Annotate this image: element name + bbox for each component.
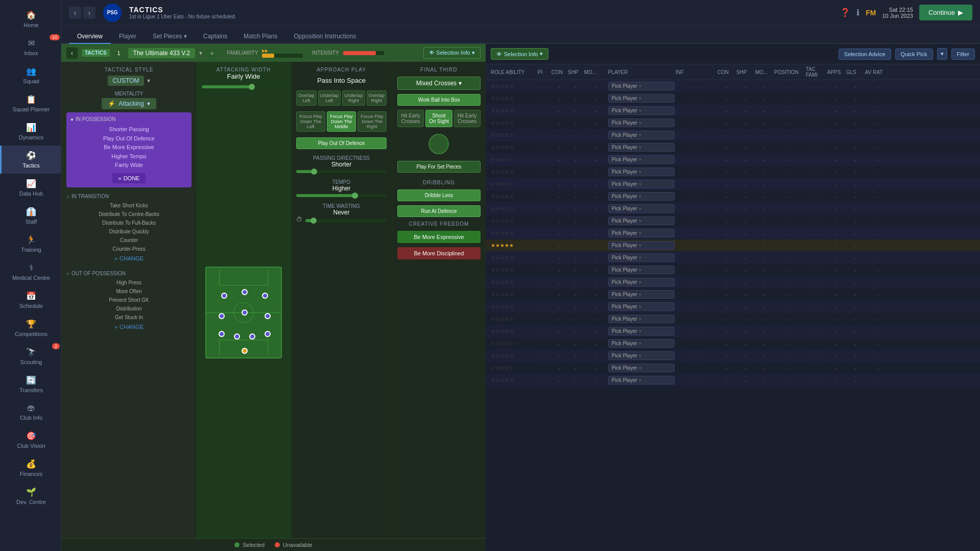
tactics-name-dropdown[interactable]: ▾	[199, 50, 202, 57]
in-transition-change-button[interactable]: » CHANGE	[114, 255, 144, 261]
tempo-thumb[interactable]	[352, 193, 358, 199]
width-slider-track[interactable]	[202, 85, 285, 88]
player-row: ☆☆☆☆☆ - - - - Pick Player ▾ - - - - - - …	[486, 252, 980, 264]
help-icon[interactable]: ❓	[840, 8, 850, 17]
sidebar-item-dev-centre[interactable]: 🌱 Dev. Centre	[0, 482, 61, 510]
pick-player-button[interactable]: Pick Player ▾	[608, 290, 675, 299]
underlap-left-button[interactable]: UnderlapLeft	[318, 90, 341, 106]
selection-info-button[interactable]: 👁 Selection Info ▾	[423, 47, 481, 59]
add-tactics-button[interactable]: +	[206, 47, 218, 59]
tactical-style-value[interactable]: CUSTOM	[108, 76, 145, 86]
passing-directness-thumb[interactable]	[311, 169, 317, 175]
sidebar-item-staff[interactable]: 👔 Staff	[0, 202, 61, 230]
filter-button[interactable]: Filter	[951, 49, 975, 60]
pick-player-button[interactable]: Pick Player ▾	[608, 131, 675, 139]
sidebar-item-label: Squad	[23, 78, 39, 84]
time-wasting-thumb[interactable]	[310, 218, 317, 224]
pick-player-button[interactable]: Pick Player ▾	[608, 351, 675, 360]
pick-player-button[interactable]: Pick Player ▾	[608, 253, 675, 262]
hit-early-left-button[interactable]: Hit EarlyCrosses	[397, 110, 424, 127]
focus-middle-button[interactable]: Focus PlayDown TheMiddle	[327, 111, 356, 132]
tab-set-pieces[interactable]: Set Pieces ▾	[145, 30, 195, 44]
sidebar-item-dynamics[interactable]: 📊 Dynamics	[0, 117, 61, 146]
sidebar-item-club-info[interactable]: 🏟 Club Info	[0, 398, 61, 426]
be-more-disciplined-button[interactable]: Be More Disciplined	[397, 247, 481, 259]
sidebar-item-medical[interactable]: ⚕ Medical Centre	[0, 258, 61, 286]
pick-player-button[interactable]: Pick Player ▾	[608, 94, 675, 103]
hit-early-right-button[interactable]: Hit EarlyCrosses	[454, 110, 481, 127]
focus-right-button[interactable]: Focus PlayDown TheRight	[357, 111, 387, 132]
pick-player-button[interactable]: Pick Player ▾	[608, 266, 675, 274]
be-more-expressive-button[interactable]: Be More Expressive	[397, 231, 481, 243]
tab-overview[interactable]: Overview	[69, 30, 111, 44]
pick-player-button[interactable]: Pick Player ▾	[608, 376, 675, 385]
width-slider-thumb[interactable]	[249, 84, 255, 90]
mentality-value[interactable]: ⚡ Attacking ▾	[102, 98, 156, 109]
out-possession-change-button[interactable]: » CHANGE	[114, 324, 144, 330]
pick-player-button[interactable]: Pick Player ▾	[608, 327, 675, 336]
info-icon[interactable]: ℹ	[856, 8, 859, 17]
focus-left-button[interactable]: Focus PlayDown TheLeft	[296, 111, 325, 132]
av-rat-dash: -	[865, 230, 891, 236]
overlap-left-button[interactable]: OverlapLeft	[296, 90, 317, 106]
pick-player-button[interactable]: Pick Player ▾	[608, 167, 675, 176]
time-wasting-track[interactable]	[305, 219, 387, 222]
shoot-on-sight-button[interactable]: Shoot On Sight	[425, 110, 452, 127]
done-button[interactable]: « DONE	[112, 173, 146, 183]
quick-pick-button[interactable]: Quick Pick	[895, 49, 933, 60]
play-out-defence-button[interactable]: Play Out Of Defence	[296, 137, 387, 149]
pick-player-button[interactable]: Pick Player ▾	[608, 192, 675, 201]
sidebar-item-squad-planner[interactable]: 📋 Squad Planner	[0, 89, 61, 117]
passing-directness-track[interactable]	[296, 170, 387, 173]
pick-player-button[interactable]: Pick Player ▾	[608, 229, 675, 237]
selection-info-button2[interactable]: 👁 Selection Info ▾	[491, 48, 549, 60]
sidebar-item-club-vision[interactable]: 🎯 Club Vision	[0, 426, 61, 454]
position-dash: -	[774, 292, 805, 298]
selection-advice-button[interactable]: Selection Advice	[839, 49, 891, 60]
pick-player-button[interactable]: Pick Player ▾	[608, 82, 675, 90]
final-third-select[interactable]: Mixed Crosses ▾	[397, 77, 481, 90]
pick-player-button[interactable]: Pick Player ▾	[608, 118, 675, 127]
tab-captains[interactable]: Captains	[195, 30, 235, 44]
run-at-defence-button[interactable]: Run At Defence	[397, 205, 481, 217]
inf-dash: -	[676, 181, 716, 187]
tab-player[interactable]: Player	[111, 30, 145, 44]
tactics-name[interactable]: The Ultimate 433 V.2	[128, 48, 196, 58]
pick-player-button[interactable]: Pick Player ▾	[608, 302, 675, 311]
tab-opposition[interactable]: Opposition Instructions	[285, 30, 364, 44]
tactics-toggle-button[interactable]: ‹	[66, 47, 78, 59]
pick-player-button[interactable]: Pick Player ▾	[608, 155, 675, 164]
sidebar-item-data-hub[interactable]: 📈 Data Hub	[0, 174, 61, 202]
pick-player-button[interactable]: Pick Player ▾	[608, 143, 675, 152]
pick-player-button[interactable]: Pick Player ▾	[608, 180, 675, 188]
pick-player-button[interactable]: Pick Player ▾	[608, 217, 675, 225]
pick-player-button[interactable]: Pick Player ▾	[608, 204, 675, 213]
sidebar-item-tactics[interactable]: ⚽ Tactics	[0, 146, 61, 174]
sidebar-item-squad[interactable]: 👥 Squad	[0, 61, 61, 89]
pick-player-button[interactable]: Pick Player ▾	[608, 315, 675, 323]
sidebar-item-home[interactable]: 🏠 Home	[0, 5, 61, 33]
tab-match-plans[interactable]: Match Plans	[235, 30, 285, 44]
pick-player-button[interactable]: Pick Player ▾	[608, 241, 675, 250]
underlap-right-button[interactable]: UnderlapRight	[342, 90, 365, 106]
tempo-track[interactable]	[296, 194, 387, 197]
pick-player-button[interactable]: Pick Player ▾	[608, 278, 675, 286]
pick-player-button[interactable]: Pick Player ▾	[608, 339, 675, 348]
continue-button[interactable]: Continue ▶	[919, 5, 972, 20]
sidebar-item-finances[interactable]: 💰 Finances	[0, 454, 61, 482]
dribble-less-button[interactable]: Dribble Less	[397, 189, 481, 201]
work-ball-button[interactable]: Work Ball Into Box	[397, 94, 481, 106]
nav-forward-button[interactable]: ›	[83, 7, 95, 19]
play-set-pieces-button[interactable]: Play For Set Pieces	[397, 161, 481, 173]
intensity-bar-track	[343, 51, 384, 55]
sidebar-item-schedule[interactable]: 📅 Schedule	[0, 286, 61, 314]
overlap-buttons: OverlapLeft UnderlapLeft UnderlapRight O…	[296, 90, 387, 106]
nav-back-button[interactable]: ‹	[69, 7, 81, 19]
sidebar-item-transfers[interactable]: 🔄 Transfers	[0, 370, 61, 398]
overlap-right-button[interactable]: OverlapRight	[367, 90, 387, 106]
pick-player-button[interactable]: Pick Player ▾	[608, 106, 675, 115]
sidebar-item-competitions[interactable]: 🏆 Competitions	[0, 314, 61, 342]
sidebar-item-training[interactable]: 🏃 Training	[0, 230, 61, 258]
quick-pick-dropdown-button[interactable]: ▾	[937, 48, 947, 60]
pick-player-button[interactable]: Pick Player ▾	[608, 364, 675, 372]
